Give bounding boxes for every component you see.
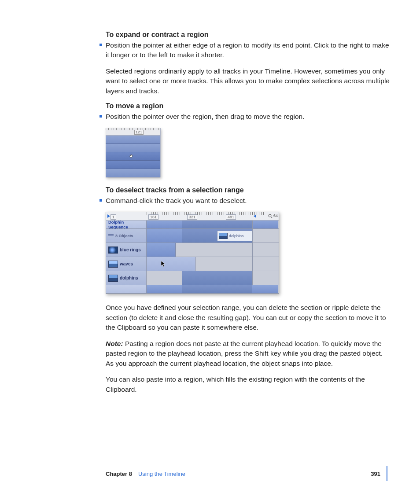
track-label-cell: blue rings [106, 243, 147, 257]
heading-move-region: To move a region [106, 102, 392, 110]
ruler-label: 121 [134, 130, 144, 135]
content-column: To expand or contract a region Position … [106, 31, 392, 394]
track-thumbnail [108, 275, 118, 282]
timeline-clip: dolphins [217, 231, 252, 241]
ruler-ticks [147, 212, 265, 215]
svg-line-1 [271, 217, 273, 218]
note-paragraph: Note: Pasting a region does not paste at… [106, 339, 392, 368]
ruler-ticks [106, 128, 160, 130]
note-text: Pasting a region does not paste at the c… [106, 340, 383, 367]
ruler-label: 321 [187, 214, 197, 220]
group-label-cell: 3 Objects [106, 229, 147, 243]
figure-move-region: 121 [106, 128, 161, 177]
zoom-icon [268, 214, 273, 218]
track-name: blue rings [120, 247, 141, 252]
timeline-header-row: Dolphin Sequence [106, 221, 279, 229]
divider [252, 229, 253, 243]
track-lane [147, 243, 279, 257]
track-name: waves [120, 261, 133, 266]
region-segment [252, 221, 278, 228]
footer-accent-bar [387, 466, 387, 481]
region-segment [147, 221, 182, 228]
timeline-track-selected [106, 161, 160, 169]
region-segment [252, 285, 278, 293]
clip-thumbnail [219, 233, 228, 239]
region-segment-selected [182, 221, 253, 228]
timeline-track [106, 169, 160, 177]
track-lane [147, 257, 279, 271]
chapter-title: Using the Timeline [138, 471, 185, 477]
timeline-track-selected [106, 152, 160, 161]
region-segment [147, 285, 182, 293]
track-label-cell: dolphins [106, 271, 147, 285]
figure-timeline-panel: 1 161 321 481 64 Dolphin Sequence [106, 212, 279, 294]
divider [252, 221, 253, 228]
divider [182, 243, 182, 257]
divider [252, 271, 253, 285]
document-page: To expand or contract a region Position … [0, 0, 420, 504]
bullet-icon [99, 199, 102, 202]
playhead-end-icon [252, 214, 257, 218]
sequence-name: Dolphin Sequence [106, 221, 147, 228]
bullet-text: Position the pointer over the region, th… [106, 113, 305, 120]
bullet-text: Position the pointer at either edge of a… [106, 41, 389, 59]
page-footer: Chapter 8 Using the Timeline 391 [106, 466, 392, 481]
timeline-ruler: 121 [106, 128, 160, 136]
region-segment [147, 243, 176, 257]
bullet-icon [99, 44, 102, 46]
bullet-text: Command-click the track you want to dese… [106, 197, 247, 204]
clip-label: dolphins [229, 234, 244, 238]
bullet-deselect-tracks: Command-click the track you want to dese… [106, 196, 392, 206]
chapter-label: Chapter 8 [106, 471, 132, 477]
svg-point-0 [269, 214, 271, 217]
track-lane [147, 285, 279, 293]
timeline-group-row: 3 Objects dolphins [106, 229, 279, 243]
bullet-expand-contract: Position the pointer at either edge of a… [106, 40, 392, 60]
arrow-cursor-icon [161, 261, 166, 268]
timeline-track [106, 136, 160, 144]
divider [252, 243, 253, 257]
divider [252, 257, 253, 271]
timeline-ruler: 1 161 321 481 64 [106, 212, 279, 221]
region-segment-selected [182, 285, 253, 293]
paragraph-after-define-range: Once you have defined your selection ran… [106, 303, 392, 332]
timeline-track-row: dolphins [106, 271, 279, 285]
track-lane: dolphins [147, 229, 279, 243]
track-thumbnail [108, 261, 118, 268]
timeline-track-row-deselected: waves [106, 257, 279, 271]
ruler-end-label: 64 [273, 213, 278, 218]
paragraph-paste-into-region: You can also paste into a region, which … [106, 375, 392, 394]
timeline-track [106, 144, 160, 152]
heading-deselect-tracks: To deselect tracks from a selection rang… [106, 186, 392, 194]
timeline-track-row: blue rings [106, 243, 279, 257]
track-lane [147, 271, 279, 285]
timeline-bottom-strip [106, 285, 279, 294]
region-segment-deselected [147, 257, 195, 271]
divider [182, 257, 182, 271]
track-label-cell: waves [106, 257, 147, 271]
region-segment [147, 229, 182, 243]
region-segment-selected [182, 271, 253, 285]
track-thumbnail [108, 246, 118, 254]
bullet-move-region: Position the pointer over the region, th… [106, 112, 392, 121]
ruler-label: 481 [226, 214, 236, 220]
track-name: dolphins [120, 276, 138, 280]
group-count-label: 3 Objects [115, 234, 133, 238]
ruler-label: 161 [148, 214, 158, 220]
note-label: Note: [106, 340, 123, 347]
header-lane [147, 221, 279, 228]
bullet-icon [99, 115, 102, 118]
heading-expand-contract: To expand or contract a region [106, 31, 392, 39]
hamburger-icon [108, 234, 114, 237]
empty-label-cell [106, 285, 147, 293]
page-number: 391 [371, 471, 380, 477]
grab-hand-cursor-icon [129, 153, 135, 159]
paragraph-selected-regions: Selected regions ordinarily apply to all… [106, 66, 392, 96]
ruler-label: 1 [111, 214, 116, 220]
